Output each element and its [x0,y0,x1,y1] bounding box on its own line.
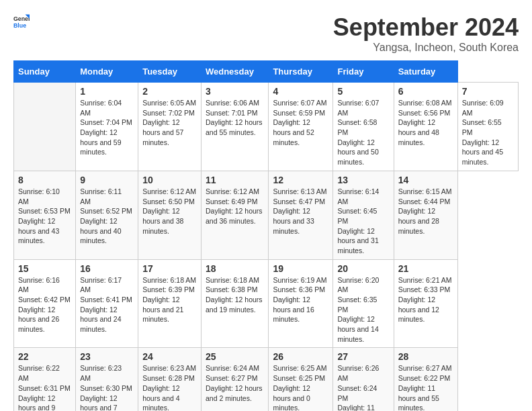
day-info: Sunrise: 6:20 AMSunset: 6:35 PMDaylight:… [337,276,379,343]
day-number: 1 [80,86,134,97]
day-info: Sunrise: 6:18 AMSunset: 6:38 PMDaylight:… [206,276,263,314]
day-info: Sunrise: 6:27 AMSunset: 6:22 PMDaylight:… [398,364,452,411]
day-cell: 28Sunrise: 6:27 AMSunset: 6:22 PMDayligh… [394,348,457,411]
day-number: 8 [18,175,71,185]
day-info: Sunrise: 6:07 AMSunset: 6:59 PMDaylight:… [273,99,326,146]
day-info: Sunrise: 6:23 AMSunset: 6:30 PMDaylight:… [80,364,132,411]
day-cell: 3Sunrise: 6:06 AMSunset: 7:01 PMDaylight… [201,83,268,171]
day-number: 14 [398,175,453,185]
day-cell: 24Sunrise: 6:23 AMSunset: 6:28 PMDayligh… [138,348,202,411]
day-number: 22 [18,351,71,362]
svg-text:General: General [13,15,30,22]
logo: General Blue [13,13,30,30]
day-cell: 15Sunrise: 6:16 AMSunset: 6:42 PMDayligh… [14,259,76,348]
day-cell: 26Sunrise: 6:25 AMSunset: 6:25 PMDayligh… [269,348,333,411]
day-info: Sunrise: 6:12 AMSunset: 6:49 PMDaylight:… [206,187,263,225]
day-cell: 18Sunrise: 6:18 AMSunset: 6:38 PMDayligh… [201,259,268,348]
day-cell: 22Sunrise: 6:22 AMSunset: 6:31 PMDayligh… [14,348,76,411]
day-number: 7 [462,86,514,97]
day-number: 15 [18,263,71,274]
day-info: Sunrise: 6:06 AMSunset: 7:01 PMDaylight:… [206,99,263,136]
day-cell: 19Sunrise: 6:19 AMSunset: 6:36 PMDayligh… [269,259,333,348]
col-header-wednesday: Wednesday [201,61,268,83]
day-cell: 25Sunrise: 6:24 AMSunset: 6:27 PMDayligh… [201,348,268,411]
col-header-saturday: Saturday [394,61,457,83]
day-cell: 5Sunrise: 6:07 AMSunset: 6:58 PMDaylight… [333,83,394,171]
day-cell: 10Sunrise: 6:12 AMSunset: 6:50 PMDayligh… [138,171,202,259]
day-info: Sunrise: 6:11 AMSunset: 6:52 PMDaylight:… [80,187,132,244]
day-info: Sunrise: 6:23 AMSunset: 6:28 PMDaylight:… [142,364,196,411]
day-cell: 17Sunrise: 6:18 AMSunset: 6:39 PMDayligh… [138,259,202,348]
day-number: 5 [337,86,389,97]
logo-icon: General Blue [13,13,30,30]
week-row-1: 1Sunrise: 6:04 AMSunset: 7:04 PMDaylight… [14,83,519,171]
col-header-monday: Monday [76,61,138,83]
day-info: Sunrise: 6:16 AMSunset: 6:42 PMDaylight:… [18,276,71,333]
day-number: 20 [337,263,389,274]
day-number: 26 [273,351,328,362]
day-cell: 11Sunrise: 6:12 AMSunset: 6:49 PMDayligh… [201,171,268,259]
day-info: Sunrise: 6:26 AMSunset: 6:24 PMDaylight:… [337,364,379,411]
header: General Blue September 2024 Yangsa, Inch… [13,13,519,54]
week-row-4: 22Sunrise: 6:22 AMSunset: 6:31 PMDayligh… [14,348,519,411]
day-number: 16 [80,263,134,274]
main-title: September 2024 [333,13,519,42]
week-row-3: 15Sunrise: 6:16 AMSunset: 6:42 PMDayligh… [14,259,519,348]
day-info: Sunrise: 6:22 AMSunset: 6:31 PMDaylight:… [18,364,71,411]
day-info: Sunrise: 6:13 AMSunset: 6:47 PMDaylight:… [273,187,326,235]
col-header-friday: Friday [333,61,394,83]
day-cell: 4Sunrise: 6:07 AMSunset: 6:59 PMDaylight… [269,83,333,171]
day-number: 27 [337,351,389,362]
day-number: 24 [142,351,197,362]
col-header-thursday: Thursday [269,61,333,83]
day-number: 25 [206,351,264,362]
title-section: September 2024 Yangsa, Incheon, South Ko… [333,13,519,54]
day-info: Sunrise: 6:14 AMSunset: 6:45 PMDaylight:… [337,187,379,255]
day-info: Sunrise: 6:12 AMSunset: 6:50 PMDaylight:… [142,187,196,235]
svg-text:Blue: Blue [13,22,26,29]
day-info: Sunrise: 6:21 AMSunset: 6:33 PMDaylight:… [398,276,452,324]
day-info: Sunrise: 6:17 AMSunset: 6:41 PMDaylight:… [80,276,132,333]
day-number: 19 [273,263,328,274]
day-info: Sunrise: 6:19 AMSunset: 6:36 PMDaylight:… [273,276,326,324]
day-cell: 2Sunrise: 6:05 AMSunset: 7:02 PMDaylight… [138,83,202,171]
header-row: SundayMondayTuesdayWednesdayThursdayFrid… [14,61,519,83]
day-number: 13 [337,175,389,185]
day-cell: 27Sunrise: 6:26 AMSunset: 6:24 PMDayligh… [333,348,394,411]
day-number: 2 [142,86,197,97]
day-cell: 23Sunrise: 6:23 AMSunset: 6:30 PMDayligh… [76,348,138,411]
day-number: 12 [273,175,328,185]
day-cell: 7Sunrise: 6:09 AMSunset: 6:55 PMDaylight… [457,83,518,171]
day-info: Sunrise: 6:07 AMSunset: 6:58 PMDaylight:… [337,99,379,166]
day-cell: 1Sunrise: 6:04 AMSunset: 7:04 PMDaylight… [76,83,138,171]
subtitle: Yangsa, Incheon, South Korea [333,42,519,54]
day-cell: 9Sunrise: 6:11 AMSunset: 6:52 PMDaylight… [76,171,138,259]
calendar-table: SundayMondayTuesdayWednesdayThursdayFrid… [13,60,519,411]
day-cell: 21Sunrise: 6:21 AMSunset: 6:33 PMDayligh… [394,259,457,348]
day-info: Sunrise: 6:15 AMSunset: 6:44 PMDaylight:… [398,187,452,235]
day-number: 17 [142,263,197,274]
day-number: 6 [398,86,453,97]
day-number: 23 [80,351,134,362]
day-info: Sunrise: 6:18 AMSunset: 6:39 PMDaylight:… [142,276,196,324]
day-cell: 14Sunrise: 6:15 AMSunset: 6:44 PMDayligh… [394,171,457,259]
day-cell: 16Sunrise: 6:17 AMSunset: 6:41 PMDayligh… [76,259,138,348]
day-info: Sunrise: 6:08 AMSunset: 6:56 PMDaylight:… [398,99,452,146]
day-number: 21 [398,263,453,274]
day-info: Sunrise: 6:24 AMSunset: 6:27 PMDaylight:… [206,364,263,402]
day-number: 3 [206,86,264,97]
day-cell: 6Sunrise: 6:08 AMSunset: 6:56 PMDaylight… [394,83,457,171]
col-header-tuesday: Tuesday [138,61,202,83]
day-info: Sunrise: 6:05 AMSunset: 7:02 PMDaylight:… [142,99,196,146]
day-cell: 13Sunrise: 6:14 AMSunset: 6:45 PMDayligh… [333,171,394,259]
day-info: Sunrise: 6:04 AMSunset: 7:04 PMDaylight:… [80,99,132,156]
col-header-sunday: Sunday [14,61,76,83]
day-number: 9 [80,175,134,185]
day-info: Sunrise: 6:09 AMSunset: 6:55 PMDaylight:… [462,99,504,166]
day-number: 28 [398,351,453,362]
day-number: 10 [142,175,197,185]
day-number: 4 [273,86,328,97]
day-cell: 12Sunrise: 6:13 AMSunset: 6:47 PMDayligh… [269,171,333,259]
day-cell: 8Sunrise: 6:10 AMSunset: 6:53 PMDaylight… [14,171,76,259]
week-row-2: 8Sunrise: 6:10 AMSunset: 6:53 PMDaylight… [14,171,519,259]
